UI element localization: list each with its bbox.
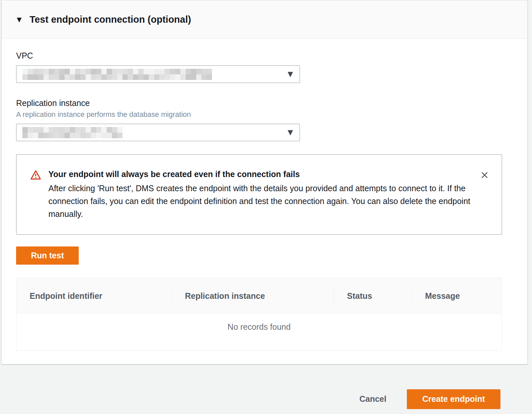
vpc-select[interactable]: ▼ <box>16 65 300 83</box>
connection-warning-alert: Your endpoint will always be created eve… <box>16 154 502 235</box>
cancel-button[interactable]: Cancel <box>359 394 386 404</box>
replication-instance-selected-value-redacted <box>22 127 125 138</box>
column-header-endpoint-identifier: Endpoint identifier <box>16 278 172 313</box>
table-empty-state: No records found <box>16 314 502 350</box>
test-results-table: Endpoint identifier Replication instance… <box>16 278 502 351</box>
replication-instance-description: A replication instance performs the data… <box>16 110 500 119</box>
replication-instance-select[interactable]: ▼ <box>16 124 300 141</box>
vpc-label: VPC <box>16 51 500 61</box>
caret-down-icon: ▼ <box>288 71 293 78</box>
caret-down-icon: ▼ <box>17 16 22 23</box>
create-endpoint-button[interactable]: Create endpoint <box>407 389 500 409</box>
vpc-field: VPC ▼ <box>16 51 500 83</box>
section-body: VPC ▼ Replication instance A replication… <box>2 39 527 364</box>
run-test-button[interactable]: Run test <box>16 246 79 265</box>
warning-content: Your endpoint will always be created eve… <box>48 169 473 220</box>
section-header-test-endpoint-connection[interactable]: ▼ Test endpoint connection (optional) <box>2 0 527 39</box>
spacer <box>16 141 500 154</box>
form-actions-bar: Cancel Create endpoint <box>0 364 532 409</box>
caret-down-icon: ▼ <box>288 129 293 136</box>
column-header-status: Status <box>334 278 412 313</box>
vpc-selected-value-redacted <box>22 69 212 80</box>
table-header-row: Endpoint identifier Replication instance… <box>16 278 502 314</box>
spacer <box>16 265 500 278</box>
warning-title: Your endpoint will always be created eve… <box>48 169 473 179</box>
test-endpoint-connection-panel: ▼ Test endpoint connection (optional) VP… <box>1 0 528 364</box>
replication-instance-label: Replication instance <box>16 98 500 108</box>
warning-body: After clicking 'Run test', DMS creates t… <box>48 182 473 220</box>
spacer <box>16 83 500 98</box>
spacer <box>16 235 500 246</box>
column-header-replication-instance: Replication instance <box>172 278 334 313</box>
column-header-message: Message <box>412 278 502 313</box>
close-icon[interactable] <box>479 169 491 181</box>
replication-instance-field: Replication instance A replication insta… <box>16 98 500 141</box>
section-title: Test endpoint connection (optional) <box>30 14 191 25</box>
warning-triangle-icon <box>30 170 41 181</box>
